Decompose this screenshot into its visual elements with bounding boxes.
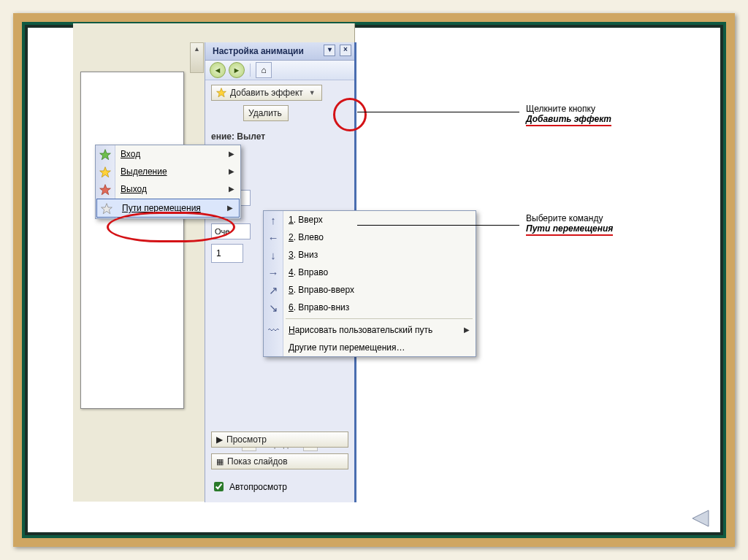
modify-effect-label: ение: Вылет	[205, 129, 354, 143]
hint-1-text: Щелкните кнопку	[526, 104, 716, 114]
svg-marker-3	[100, 185, 111, 195]
motionpath-star-icon	[101, 203, 112, 215]
slideshow-label: Показ слайдов	[227, 456, 288, 467]
exit-star-icon	[99, 184, 111, 196]
menu-label-entrance: Вход	[121, 149, 140, 159]
menu-separator	[286, 318, 473, 319]
submenu-arrow-icon: ▶	[227, 204, 233, 212]
arrow-down-right-icon: ↘	[267, 302, 279, 314]
home-icon: ⌂	[261, 65, 266, 75]
path-down[interactable]: ↓ 3. Вниз	[264, 246, 476, 264]
entrance-star-icon	[99, 149, 111, 161]
menu-item-exit[interactable]: Выход ▶	[96, 180, 240, 198]
preview-button[interactable]: ▶ Просмотр	[211, 431, 348, 448]
nav-home-button[interactable]: ⌂	[256, 62, 272, 78]
svg-marker-4	[102, 204, 112, 214]
star-icon	[216, 88, 226, 98]
submenu-arrow-icon: ▶	[229, 167, 234, 175]
autopreview-row[interactable]: Автопросмотр	[211, 480, 348, 494]
menu-label-exit: Выход	[121, 184, 147, 194]
board-frame: ▲ Настройка анимации ▾ × ◄ ► ⌂	[13, 13, 735, 547]
hint-1: Щелкните кнопку Добавить эффект	[526, 104, 716, 126]
autopreview-label: Автопросмотр	[229, 482, 287, 492]
emphasis-star-icon	[99, 166, 111, 178]
taskpane-close-button[interactable]: ×	[340, 45, 351, 56]
menu-label-motionpaths: Пути перемещения	[122, 203, 201, 213]
nav-separator	[250, 64, 251, 77]
submenu-arrow-icon: ▶	[229, 150, 234, 158]
thumbnail-scroll[interactable]: ▲	[190, 42, 204, 73]
svg-marker-5	[692, 510, 709, 526]
speed-combo[interactable]: Оче	[211, 223, 251, 239]
path-left[interactable]: ← 2. Влево	[264, 229, 476, 246]
nav-forward-button[interactable]: ►	[229, 62, 245, 78]
hint-2: Выберите команду Пути перемещения	[526, 213, 716, 236]
svg-marker-2	[100, 167, 111, 177]
slide-thumbnail[interactable]	[80, 72, 184, 409]
dropdown-icon: ▼	[309, 89, 316, 96]
menu-item-entrance[interactable]: Вход ▶	[96, 145, 240, 163]
motion-paths-submenu: ↑ 1. Вверх ← 2. Влево ↓ 3. Вниз → 4. Впр…	[263, 210, 476, 357]
scroll-up-icon[interactable]: ▲	[191, 43, 203, 55]
arrow-up-icon: ↑	[267, 215, 279, 226]
taskpane-title: Настройка анимации	[213, 46, 304, 56]
path-up-right[interactable]: ↗ 5. Вправо-вверх	[264, 281, 476, 299]
arrow-down-icon: ↓	[267, 250, 279, 261]
path-up[interactable]: ↑ 1. Вверх	[264, 211, 476, 229]
menu-item-motionpaths[interactable]: Пути перемещения ▶	[96, 199, 240, 218]
hint-2-text: Выберите команду	[526, 213, 716, 223]
svg-marker-0	[217, 88, 226, 97]
add-effect-label: Добавить эффект	[230, 88, 303, 98]
path-custom[interactable]: 〰 Нарисовать пользовательский путь Нарис…	[264, 321, 476, 339]
taskpane-title-bar: Настройка анимации ▾ ×	[205, 42, 354, 61]
hint-2-emph: Пути перемещения	[526, 223, 613, 236]
effect-item-number: 1	[216, 248, 221, 258]
delete-effect-button[interactable]: Удалить	[243, 105, 289, 121]
effect-list-item[interactable]: 1	[211, 244, 243, 263]
play-icon: ▶	[216, 434, 223, 445]
submenu-arrow-icon: ▶	[229, 185, 234, 193]
svg-marker-1	[100, 150, 111, 160]
slideshow-icon: ▦	[216, 457, 224, 467]
autopreview-checkbox[interactable]	[214, 482, 224, 491]
taskpane-menu-button[interactable]: ▾	[324, 45, 335, 56]
speed-value: Оче	[215, 227, 229, 236]
board-surface: ▲ Настройка анимации ▾ × ◄ ► ⌂	[25, 25, 723, 535]
menu-label-emphasis: Выделение	[121, 166, 167, 177]
menu-item-emphasis[interactable]: Выделение ▶	[96, 163, 240, 180]
hint-leader-line-2	[357, 225, 519, 226]
path-right[interactable]: → 4. Вправо	[264, 264, 476, 281]
submenu-arrow-icon: ▶	[464, 326, 470, 334]
scribble-icon: 〰	[267, 325, 279, 337]
nav-back-button[interactable]: ◄	[210, 62, 226, 78]
delete-label: Удалить	[248, 108, 282, 118]
taskpane-nav: ◄ ► ⌂	[205, 61, 354, 80]
arrow-up-right-icon: ↗	[267, 285, 279, 296]
hint-1-emph: Добавить эффект	[526, 114, 611, 126]
prev-slide-button[interactable]	[688, 507, 717, 529]
slideshow-button[interactable]: ▦ Показ слайдов	[211, 453, 348, 469]
arrow-left-icon: ←	[267, 232, 279, 244]
arrow-right-icon: →	[267, 267, 279, 279]
path-down-right[interactable]: ↘ 6. Вправо-вниз	[264, 299, 476, 316]
preview-label: Просмотр	[226, 434, 267, 445]
hint-leader-line-1	[357, 112, 519, 112]
add-effect-button[interactable]: Добавить эффект ▼	[211, 85, 322, 101]
path-more[interactable]: Другие пути перемещения… Другие пути пер…	[264, 339, 476, 356]
effects-menu: Вход ▶ Выделение ▶ Выход ▶	[95, 145, 241, 219]
